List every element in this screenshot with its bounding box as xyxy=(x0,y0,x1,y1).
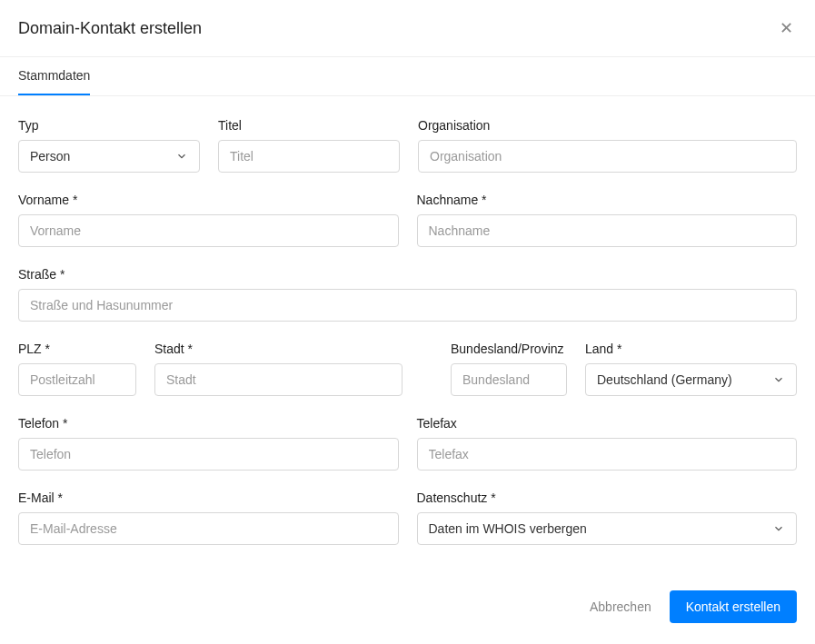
cancel-button[interactable]: Abbrechen xyxy=(590,590,651,623)
label-country: Land * xyxy=(585,342,797,356)
country-select-value: Deutschland (Germany) xyxy=(597,372,732,387)
modal-header: Domain-Kontakt erstellen ✕ xyxy=(0,0,815,57)
label-title: Titel xyxy=(218,118,400,133)
label-phone: Telefon * xyxy=(18,416,399,431)
modal-title: Domain-Kontakt erstellen xyxy=(18,19,202,38)
country-select[interactable]: Deutschland (Germany) xyxy=(585,363,797,396)
privacy-select-value: Daten im WHOIS verbergen xyxy=(429,521,587,536)
phone-input[interactable] xyxy=(18,438,399,471)
tab-stammdaten[interactable]: Stammdaten xyxy=(18,57,90,95)
close-icon: ✕ xyxy=(780,19,793,37)
type-select[interactable]: Person xyxy=(18,140,200,173)
form: Typ Person Titel Organisation Vorname * xyxy=(0,96,815,583)
privacy-select[interactable]: Daten im WHOIS verbergen xyxy=(417,512,798,545)
firstname-input[interactable] xyxy=(18,214,399,247)
submit-button[interactable]: Kontakt erstellen xyxy=(670,590,797,623)
label-type: Typ xyxy=(18,118,200,133)
label-street: Straße * xyxy=(18,267,797,282)
label-lastname: Nachname * xyxy=(417,193,798,207)
chevron-down-icon xyxy=(175,150,188,163)
tabs: Stammdaten xyxy=(0,57,815,96)
type-select-value: Person xyxy=(30,149,70,163)
organisation-input[interactable] xyxy=(418,140,797,173)
label-email: E-Mail * xyxy=(18,490,399,505)
label-organisation: Organisation xyxy=(418,118,797,133)
chevron-down-icon xyxy=(772,522,785,535)
fax-input[interactable] xyxy=(417,438,798,471)
label-city: Stadt * xyxy=(154,342,403,356)
label-firstname: Vorname * xyxy=(18,193,399,207)
chevron-down-icon xyxy=(772,373,785,386)
state-input[interactable] xyxy=(451,363,567,396)
label-privacy: Datenschutz * xyxy=(417,490,798,505)
zip-input[interactable] xyxy=(18,363,136,396)
label-zip: PLZ * xyxy=(18,342,136,356)
modal-footer: Abbrechen Kontakt erstellen xyxy=(0,583,815,641)
email-input[interactable] xyxy=(18,512,399,545)
label-state: Bundesland/Provinz xyxy=(451,342,567,356)
city-input[interactable] xyxy=(154,363,403,396)
label-fax: Telefax xyxy=(417,416,798,431)
street-input[interactable] xyxy=(18,289,797,322)
close-button[interactable]: ✕ xyxy=(776,16,797,40)
title-input[interactable] xyxy=(218,140,400,173)
modal-domain-contact: Domain-Kontakt erstellen ✕ Stammdaten Ty… xyxy=(0,0,815,641)
lastname-input[interactable] xyxy=(417,214,798,247)
